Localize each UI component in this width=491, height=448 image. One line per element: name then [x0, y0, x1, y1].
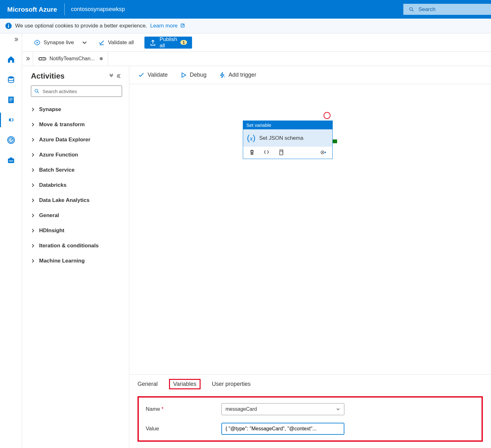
tab-expand-button[interactable] — [22, 52, 33, 66]
svg-rect-4 — [8, 25, 9, 28]
delete-icon[interactable] — [249, 149, 255, 156]
publish-all-button[interactable]: Publish all 1 — [144, 37, 192, 49]
tab-variables[interactable]: Variables — [169, 379, 201, 389]
nav-data[interactable] — [6, 75, 16, 84]
svg-point-0 — [410, 8, 412, 10]
svg-rect-6 — [8, 97, 14, 103]
validate-button[interactable]: Validate — [138, 72, 168, 78]
name-select[interactable]: messageCard — [221, 403, 344, 415]
activity-group[interactable]: HDInsight — [31, 223, 122, 238]
activities-search[interactable] — [31, 85, 122, 97]
activity-group[interactable]: Azure Data Explorer — [31, 132, 122, 147]
svg-point-20 — [39, 57, 42, 60]
svg-rect-9 — [9, 101, 12, 101]
global-search[interactable] — [403, 4, 491, 15]
activity-group[interactable]: Data Lake Analytics — [31, 193, 122, 208]
check-icon — [138, 72, 144, 78]
svg-line-23 — [38, 92, 39, 93]
copy-icon[interactable] — [278, 149, 284, 156]
publish-badge: 1 — [180, 40, 187, 45]
chevron-right-icon — [31, 228, 35, 233]
value-input[interactable] — [221, 423, 344, 435]
chevron-right-icon — [31, 198, 35, 203]
rail-expand-button[interactable] — [14, 37, 18, 43]
set-variable-node[interactable]: Set variable (x) Set JSON schema — [243, 121, 333, 159]
svg-point-22 — [35, 89, 38, 92]
tab-general[interactable]: General — [137, 379, 158, 389]
play-icon — [180, 72, 187, 78]
nav-integrate[interactable] — [6, 115, 16, 125]
activity-group[interactable]: General — [31, 208, 122, 223]
activities-search-input[interactable] — [43, 89, 119, 94]
nav-manage[interactable] — [6, 156, 16, 165]
trigger-icon: + — [219, 72, 225, 78]
header-separator — [64, 3, 65, 15]
workspace-name[interactable]: contososynapsewksp — [71, 6, 125, 13]
panel-collapse-icon[interactable] — [117, 74, 122, 79]
tab-user-properties[interactable]: User properties — [212, 379, 251, 389]
chevron-down-icon — [81, 39, 88, 46]
chevron-right-icon — [31, 153, 35, 157]
activities-panel: Activities Synapse Move & transform Azur… — [22, 66, 129, 448]
chevron-right-icon — [31, 183, 35, 187]
main-toolbar: Synapse live Validate all Publish all 1 — [22, 33, 491, 52]
publish-icon — [149, 39, 156, 46]
activity-group[interactable]: Batch Service — [31, 162, 122, 178]
chevron-right-icon — [31, 259, 35, 263]
activities-list: Synapse Move & transform Azure Data Expl… — [31, 102, 122, 268]
activity-group[interactable]: Iteration & conditionals — [31, 238, 122, 253]
chevron-right-icon — [31, 213, 35, 218]
svg-point-5 — [8, 76, 14, 79]
variable-icon: (x) — [247, 133, 255, 143]
tab-bar: NotifiyTeamsChan... — [22, 52, 491, 66]
activity-group[interactable]: Move & transform — [31, 117, 122, 132]
node-title: Set JSON schema — [259, 135, 303, 141]
chevron-right-icon — [31, 107, 35, 112]
activity-group[interactable]: Databricks — [31, 178, 122, 193]
nav-develop[interactable] — [6, 95, 16, 104]
node-body[interactable]: (x) Set JSON schema — [243, 129, 332, 147]
svg-point-12 — [10, 139, 12, 141]
svg-rect-14 — [9, 157, 12, 159]
properties-panel: General Variables User properties Name *… — [129, 374, 491, 448]
svg-point-21 — [43, 57, 45, 60]
svg-line-1 — [412, 10, 413, 11]
svg-point-17 — [37, 42, 38, 43]
svg-rect-8 — [9, 99, 13, 100]
nav-monitor[interactable] — [6, 135, 16, 145]
activity-group[interactable]: Machine Learning — [31, 253, 122, 268]
svg-rect-25 — [280, 151, 283, 155]
validate-all-button[interactable]: Validate all — [98, 39, 140, 46]
success-connector[interactable] — [333, 139, 337, 143]
chevron-right-icon — [31, 168, 35, 172]
synapse-live-dropdown[interactable]: Synapse live — [34, 39, 94, 46]
left-nav-rail — [0, 33, 22, 448]
add-trigger-button[interactable]: + Add trigger — [219, 72, 256, 78]
value-field[interactable] — [225, 426, 340, 432]
add-output-icon[interactable] — [320, 149, 327, 156]
search-icon — [409, 7, 414, 12]
pipeline-canvas[interactable]: Set variable (x) Set JSON schema — [129, 84, 491, 374]
chevron-down-icon — [336, 407, 340, 411]
svg-rect-15 — [9, 161, 13, 161]
activity-group[interactable]: Azure Function — [31, 147, 122, 162]
debug-button[interactable]: Debug — [180, 72, 207, 78]
brand-logo[interactable]: Microsoft Azure — [0, 6, 64, 13]
validation-error-icon[interactable] — [324, 112, 330, 119]
activity-group[interactable]: Synapse — [31, 102, 122, 117]
tab-label: NotifiyTeamsChan... — [50, 56, 95, 62]
top-header: Microsoft Azure contososynapsewksp — [0, 0, 491, 19]
global-search-input[interactable] — [418, 6, 485, 13]
learn-more-link[interactable]: Learn more — [150, 23, 185, 29]
activities-title: Activities — [31, 72, 65, 80]
svg-point-3 — [8, 24, 9, 25]
synapse-live-icon — [34, 39, 40, 46]
nav-home[interactable] — [6, 55, 16, 64]
pipeline-tab[interactable]: NotifiyTeamsChan... — [33, 51, 108, 65]
search-icon — [34, 89, 39, 94]
chevron-right-icon — [31, 244, 35, 248]
code-icon[interactable] — [263, 149, 270, 156]
validate-all-icon — [98, 39, 105, 46]
cookie-banner: We use optional cookies to provide a bet… — [0, 19, 491, 33]
collapse-all-icon[interactable] — [109, 74, 114, 79]
